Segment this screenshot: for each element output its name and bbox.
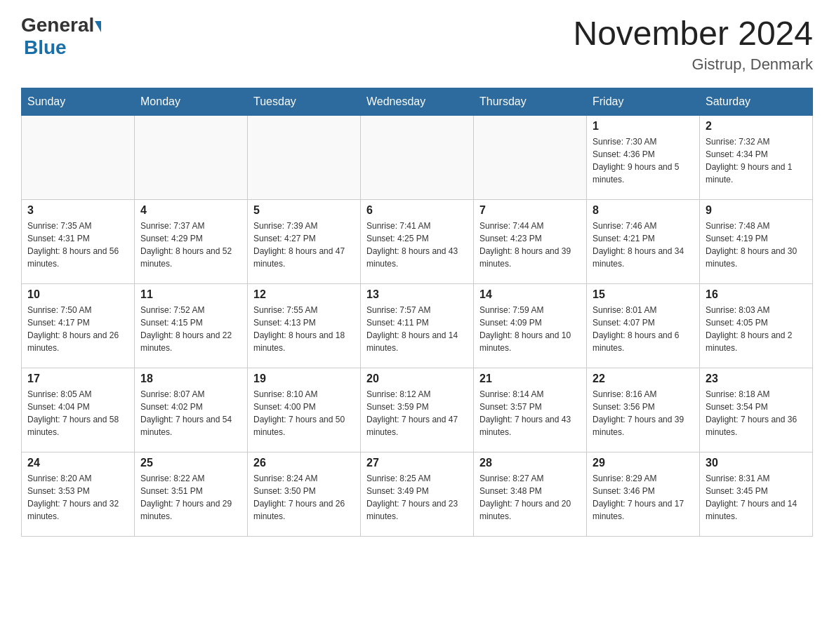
- day-info: Sunrise: 7:41 AM Sunset: 4:25 PM Dayligh…: [366, 220, 468, 270]
- calendar-cell: 28Sunrise: 8:27 AM Sunset: 3:48 PM Dayli…: [474, 452, 587, 537]
- calendar-cell: 25Sunrise: 8:22 AM Sunset: 3:51 PM Dayli…: [135, 452, 248, 537]
- weekday-header-wednesday: Wednesday: [361, 88, 474, 116]
- day-number: 30: [706, 457, 807, 469]
- month-title: November 2024: [573, 14, 813, 53]
- day-number: 28: [479, 457, 581, 469]
- calendar-cell: 23Sunrise: 8:18 AM Sunset: 3:54 PM Dayli…: [700, 368, 813, 452]
- day-info: Sunrise: 7:37 AM Sunset: 4:29 PM Dayligh…: [140, 220, 241, 270]
- day-number: 27: [366, 457, 468, 469]
- calendar-body: 1Sunrise: 7:30 AM Sunset: 4:36 PM Daylig…: [22, 116, 813, 537]
- day-number: 17: [27, 373, 128, 385]
- day-info: Sunrise: 8:25 AM Sunset: 3:49 PM Dayligh…: [366, 472, 468, 523]
- day-info: Sunrise: 7:55 AM Sunset: 4:13 PM Dayligh…: [253, 304, 355, 354]
- day-number: 16: [706, 288, 807, 301]
- day-info: Sunrise: 8:27 AM Sunset: 3:48 PM Dayligh…: [479, 472, 581, 523]
- day-number: 20: [366, 373, 468, 385]
- calendar-cell: 29Sunrise: 8:29 AM Sunset: 3:46 PM Dayli…: [587, 452, 700, 537]
- weekday-row: SundayMondayTuesdayWednesdayThursdayFrid…: [22, 88, 813, 116]
- page-header: General Blue November 2024 Gistrup, Denm…: [21, 14, 813, 74]
- week-row-4: 17Sunrise: 8:05 AM Sunset: 4:04 PM Dayli…: [22, 368, 813, 452]
- calendar-cell: [248, 116, 361, 200]
- day-number: 6: [366, 204, 468, 217]
- day-number: 24: [27, 457, 128, 469]
- calendar-cell: 12Sunrise: 7:55 AM Sunset: 4:13 PM Dayli…: [248, 284, 361, 368]
- week-row-2: 3Sunrise: 7:35 AM Sunset: 4:31 PM Daylig…: [22, 200, 813, 284]
- day-info: Sunrise: 7:48 AM Sunset: 4:19 PM Dayligh…: [706, 220, 807, 270]
- logo-blue-text: Blue: [24, 36, 67, 58]
- calendar-cell: 21Sunrise: 8:14 AM Sunset: 3:57 PM Dayli…: [474, 368, 587, 452]
- weekday-header-thursday: Thursday: [474, 88, 587, 116]
- calendar-cell: 22Sunrise: 8:16 AM Sunset: 3:56 PM Dayli…: [587, 368, 700, 452]
- calendar-cell: 5Sunrise: 7:39 AM Sunset: 4:27 PM Daylig…: [248, 200, 361, 284]
- weekday-header-friday: Friday: [587, 88, 700, 116]
- calendar-cell: [22, 116, 135, 200]
- day-number: 25: [140, 457, 241, 469]
- calendar-cell: 17Sunrise: 8:05 AM Sunset: 4:04 PM Dayli…: [22, 368, 135, 452]
- day-info: Sunrise: 8:29 AM Sunset: 3:46 PM Dayligh…: [593, 472, 694, 523]
- calendar-cell: [474, 116, 587, 200]
- calendar-cell: 6Sunrise: 7:41 AM Sunset: 4:25 PM Daylig…: [361, 200, 474, 284]
- weekday-header-monday: Monday: [135, 88, 248, 116]
- day-number: 15: [593, 288, 694, 301]
- calendar-cell: 30Sunrise: 8:31 AM Sunset: 3:45 PM Dayli…: [700, 452, 813, 537]
- week-row-3: 10Sunrise: 7:50 AM Sunset: 4:17 PM Dayli…: [22, 284, 813, 368]
- day-number: 13: [366, 288, 468, 301]
- logo: General Blue: [21, 14, 101, 59]
- calendar-cell: 2Sunrise: 7:32 AM Sunset: 4:34 PM Daylig…: [700, 116, 813, 200]
- day-info: Sunrise: 8:20 AM Sunset: 3:53 PM Dayligh…: [27, 472, 128, 523]
- day-number: 4: [140, 204, 241, 217]
- weekday-header-saturday: Saturday: [700, 88, 813, 116]
- calendar-cell: 19Sunrise: 8:10 AM Sunset: 4:00 PM Dayli…: [248, 368, 361, 452]
- day-info: Sunrise: 7:52 AM Sunset: 4:15 PM Dayligh…: [140, 304, 241, 354]
- day-info: Sunrise: 8:24 AM Sunset: 3:50 PM Dayligh…: [253, 472, 355, 523]
- day-number: 7: [479, 204, 581, 217]
- day-info: Sunrise: 8:03 AM Sunset: 4:05 PM Dayligh…: [706, 304, 807, 354]
- calendar-cell: 1Sunrise: 7:30 AM Sunset: 4:36 PM Daylig…: [587, 116, 700, 200]
- day-info: Sunrise: 8:14 AM Sunset: 3:57 PM Dayligh…: [479, 388, 581, 438]
- title-block: November 2024 Gistrup, Denmark: [573, 14, 813, 74]
- day-info: Sunrise: 8:22 AM Sunset: 3:51 PM Dayligh…: [140, 472, 241, 523]
- day-number: 12: [253, 288, 355, 301]
- calendar-table: SundayMondayTuesdayWednesdayThursdayFrid…: [21, 88, 813, 537]
- calendar-cell: 14Sunrise: 7:59 AM Sunset: 4:09 PM Dayli…: [474, 284, 587, 368]
- day-info: Sunrise: 8:07 AM Sunset: 4:02 PM Dayligh…: [140, 388, 241, 438]
- calendar-cell: 18Sunrise: 8:07 AM Sunset: 4:02 PM Dayli…: [135, 368, 248, 452]
- calendar-cell: 7Sunrise: 7:44 AM Sunset: 4:23 PM Daylig…: [474, 200, 587, 284]
- day-info: Sunrise: 7:30 AM Sunset: 4:36 PM Dayligh…: [593, 135, 694, 186]
- day-number: 10: [27, 288, 128, 301]
- day-number: 23: [706, 373, 807, 385]
- week-row-5: 24Sunrise: 8:20 AM Sunset: 3:53 PM Dayli…: [22, 452, 813, 537]
- day-info: Sunrise: 8:31 AM Sunset: 3:45 PM Dayligh…: [706, 472, 807, 523]
- calendar-cell: 11Sunrise: 7:52 AM Sunset: 4:15 PM Dayli…: [135, 284, 248, 368]
- calendar-cell: 10Sunrise: 7:50 AM Sunset: 4:17 PM Dayli…: [22, 284, 135, 368]
- day-number: 8: [593, 204, 694, 217]
- day-info: Sunrise: 8:01 AM Sunset: 4:07 PM Dayligh…: [593, 304, 694, 354]
- day-info: Sunrise: 7:32 AM Sunset: 4:34 PM Dayligh…: [706, 135, 807, 186]
- day-number: 9: [706, 204, 807, 217]
- location-title: Gistrup, Denmark: [573, 55, 813, 74]
- day-info: Sunrise: 8:18 AM Sunset: 3:54 PM Dayligh…: [706, 388, 807, 438]
- day-info: Sunrise: 7:39 AM Sunset: 4:27 PM Dayligh…: [253, 220, 355, 270]
- day-info: Sunrise: 8:16 AM Sunset: 3:56 PM Dayligh…: [593, 388, 694, 438]
- calendar-cell: [361, 116, 474, 200]
- calendar-cell: 4Sunrise: 7:37 AM Sunset: 4:29 PM Daylig…: [135, 200, 248, 284]
- day-info: Sunrise: 7:35 AM Sunset: 4:31 PM Dayligh…: [27, 220, 128, 270]
- logo-arrow-icon: [95, 21, 101, 32]
- day-info: Sunrise: 7:50 AM Sunset: 4:17 PM Dayligh…: [27, 304, 128, 354]
- day-number: 14: [479, 288, 581, 301]
- day-number: 2: [706, 120, 807, 133]
- weekday-header-sunday: Sunday: [22, 88, 135, 116]
- day-info: Sunrise: 7:59 AM Sunset: 4:09 PM Dayligh…: [479, 304, 581, 354]
- day-number: 29: [593, 457, 694, 469]
- week-row-1: 1Sunrise: 7:30 AM Sunset: 4:36 PM Daylig…: [22, 116, 813, 200]
- day-number: 3: [27, 204, 128, 217]
- day-number: 11: [140, 288, 241, 301]
- weekday-header-tuesday: Tuesday: [248, 88, 361, 116]
- calendar-cell: [135, 116, 248, 200]
- logo-general-text: General: [21, 14, 94, 36]
- day-info: Sunrise: 7:44 AM Sunset: 4:23 PM Dayligh…: [479, 220, 581, 270]
- calendar-cell: 13Sunrise: 7:57 AM Sunset: 4:11 PM Dayli…: [361, 284, 474, 368]
- calendar-cell: 24Sunrise: 8:20 AM Sunset: 3:53 PM Dayli…: [22, 452, 135, 537]
- calendar-header: SundayMondayTuesdayWednesdayThursdayFrid…: [22, 88, 813, 116]
- calendar-cell: 15Sunrise: 8:01 AM Sunset: 4:07 PM Dayli…: [587, 284, 700, 368]
